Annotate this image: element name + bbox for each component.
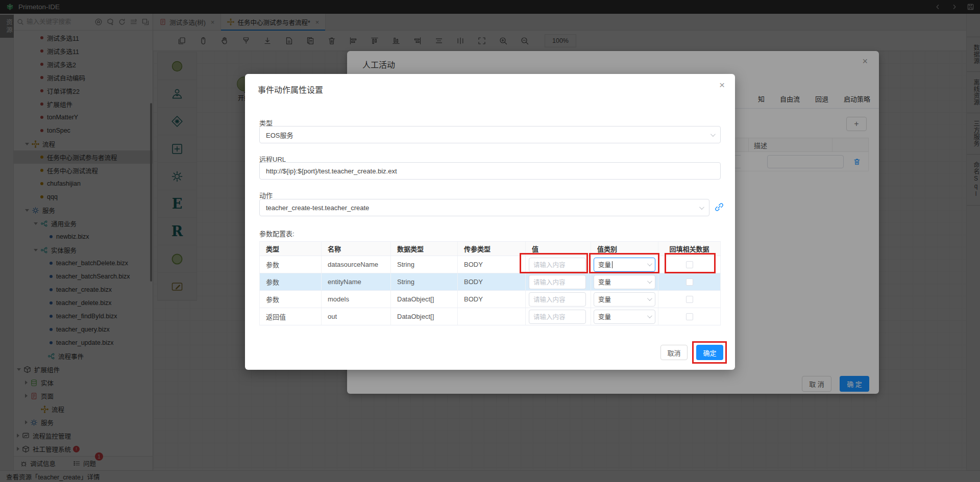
value-type-cell: 变量	[591, 291, 658, 308]
chevron-down-icon	[699, 205, 704, 210]
param-table-label: 参数配置表:	[259, 229, 295, 238]
param-table-row: 参数datasourceNameStringBODY请输入内容变量	[259, 256, 721, 273]
value-type-select[interactable]: 变量	[594, 275, 655, 289]
param-cell: entityName	[322, 273, 391, 290]
column-header: 数据类型	[391, 242, 458, 256]
chevron-down-icon	[710, 132, 716, 137]
chevron-down-icon	[647, 261, 652, 266]
value-type-select[interactable]: 变量	[594, 258, 655, 272]
column-header: 传参类型	[458, 242, 526, 256]
link-icon[interactable]	[714, 201, 725, 213]
column-header: 回填相关数据	[658, 242, 721, 256]
type-select[interactable]: EOS服务	[259, 126, 721, 143]
param-table-row: 参数entityNameStringBODY请输入内容变量	[259, 273, 721, 291]
param-table-row: 参数modelsDataObject[]BODY请输入内容变量	[259, 291, 721, 308]
param-cell: 参数	[259, 291, 322, 308]
backfill-cell	[658, 273, 721, 290]
param-cell: 参数	[259, 256, 322, 273]
column-header: 值类别	[591, 242, 658, 256]
value-cell: 请输入内容	[526, 308, 591, 325]
value-cell: 请输入内容	[526, 291, 591, 308]
param-cell: 返回值	[259, 308, 322, 325]
chevron-down-icon	[647, 278, 652, 284]
value-cell: 请输入内容	[526, 256, 591, 273]
param-cell: String	[391, 273, 458, 290]
action-select[interactable]: teacher_create-test.teacher_create	[259, 199, 709, 216]
param-cell: BODY	[458, 291, 526, 308]
event-action-properties-modal: 事件动作属性设置 × 类型 EOS服务 远程URL http://${ip}:$…	[245, 74, 735, 370]
action-select-value: teacher_create-test.teacher_create	[266, 204, 369, 212]
value-type-select[interactable]: 变量	[594, 292, 655, 307]
backfill-cell	[658, 291, 721, 308]
param-cell: models	[322, 291, 391, 308]
value-input[interactable]: 请输入内容	[529, 275, 586, 289]
modal-cancel-button[interactable]: 取消	[660, 345, 688, 360]
column-header: 名称	[322, 242, 391, 256]
param-cell: BODY	[458, 273, 526, 290]
backfill-checkbox[interactable]	[686, 278, 693, 286]
backfill-cell	[658, 256, 721, 273]
type-select-value: EOS服务	[266, 130, 293, 140]
backfill-checkbox[interactable]	[686, 296, 693, 303]
param-table-header-row: 类型名称数据类型传参类型值值类别回填相关数据	[259, 242, 721, 256]
chevron-down-icon	[647, 313, 652, 318]
value-cell: 请输入内容	[526, 273, 591, 290]
param-cell: DataObject[]	[391, 291, 458, 308]
backfill-checkbox[interactable]	[686, 261, 693, 268]
value-type-cell: 变量	[591, 308, 658, 325]
value-type-cell: 变量	[591, 273, 658, 290]
param-cell: datasourceName	[322, 256, 391, 273]
application-window: Primeton-IDE 资源 测试多选11测试多选11测试多选2测试自动编码订…	[0, 0, 980, 482]
value-input[interactable]: 请输入内容	[529, 310, 586, 324]
value-input[interactable]: 请输入内容	[529, 292, 586, 307]
url-input[interactable]: http://${ip}:${port}/test.teacher_create…	[259, 162, 721, 180]
param-cell: String	[391, 256, 458, 273]
backfill-checkbox[interactable]	[686, 313, 693, 320]
chevron-down-icon	[647, 296, 652, 301]
modal-title: 事件动作属性设置	[258, 83, 323, 95]
modal-ok-button[interactable]: 确定	[696, 345, 723, 360]
param-cell: out	[322, 308, 391, 325]
param-cell: DataObject[]	[391, 308, 458, 325]
value-input[interactable]: 请输入内容	[529, 258, 586, 272]
backfill-cell	[658, 308, 721, 325]
modal-close-icon[interactable]: ×	[719, 80, 725, 90]
column-header: 值	[526, 242, 591, 256]
param-table: 类型名称数据类型传参类型值值类别回填相关数据参数datasourceNameSt…	[259, 241, 721, 325]
param-cell: 参数	[259, 273, 322, 290]
param-table-row: 返回值outDataObject[]请输入内容变量	[259, 308, 721, 325]
url-input-value: http://${ip}:${port}/test.teacher_create…	[266, 167, 397, 175]
param-cell	[458, 308, 526, 325]
value-type-select[interactable]: 变量	[594, 310, 655, 324]
value-type-cell: 变量	[591, 256, 658, 273]
param-cell: BODY	[458, 256, 526, 273]
column-header: 类型	[259, 242, 322, 256]
text-cursor	[612, 261, 612, 268]
